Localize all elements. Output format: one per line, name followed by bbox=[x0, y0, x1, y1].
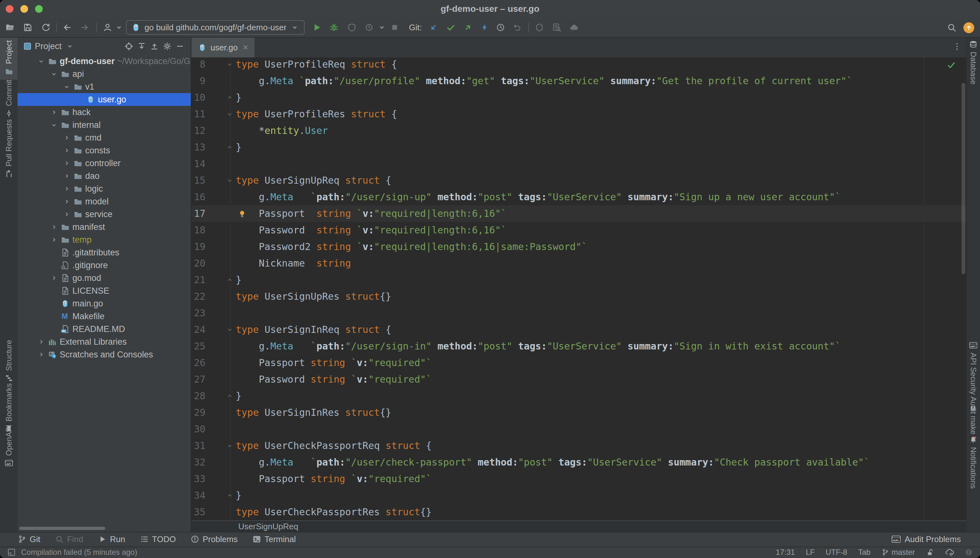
chevron-right-icon[interactable] bbox=[50, 236, 58, 244]
chevron-right-icon[interactable] bbox=[50, 223, 58, 231]
fold-end-icon[interactable] bbox=[227, 492, 233, 499]
close-window-button[interactable] bbox=[6, 5, 13, 13]
line-number[interactable]: 35 bbox=[191, 504, 206, 520]
stripe-tab-bookmarks[interactable]: Bookmarks bbox=[0, 381, 18, 421]
update-badge-icon[interactable] bbox=[964, 22, 974, 33]
expand-all-icon[interactable] bbox=[137, 42, 146, 51]
tool-window-button-run[interactable]: Run bbox=[98, 534, 125, 544]
tree-item-external-libraries[interactable]: External Libraries bbox=[18, 335, 191, 348]
stripe-tab-openapi[interactable]: OpenAPI/API bbox=[0, 422, 18, 469]
minimize-window-button[interactable] bbox=[20, 5, 28, 13]
commit-check-icon[interactable] bbox=[446, 23, 455, 32]
code-line-26[interactable]: 26 Passport string `v:"required"` bbox=[191, 354, 967, 371]
code-line-32[interactable]: 32 g.Meta `path:"/user/check-passport" m… bbox=[191, 454, 967, 471]
save-icon[interactable] bbox=[23, 23, 33, 32]
code-line-23[interactable]: 23 bbox=[191, 305, 967, 322]
encoding-indicator[interactable]: UTF-8 bbox=[825, 548, 847, 557]
breadcrumb-item[interactable]: UserSignUpReq bbox=[238, 522, 298, 531]
code-line-24[interactable]: 24type UserSignInReq struct { bbox=[191, 322, 967, 338]
fold-start-icon[interactable] bbox=[227, 177, 233, 184]
fold-start-icon[interactable] bbox=[227, 443, 233, 449]
doc-search-icon[interactable] bbox=[552, 23, 561, 32]
line-number[interactable]: 31 bbox=[191, 438, 206, 454]
tree-item-go-mod[interactable]: go.mod bbox=[18, 272, 191, 284]
sync-icon[interactable] bbox=[41, 23, 50, 32]
code-line-35[interactable]: 35type UserCheckPassportRes struct{} bbox=[191, 504, 967, 520]
line-number[interactable]: 21 bbox=[191, 272, 206, 288]
stop-icon[interactable] bbox=[390, 23, 400, 32]
tree-item-internal[interactable]: internal bbox=[18, 119, 191, 131]
line-number[interactable]: 16 bbox=[191, 189, 206, 205]
git-branch-widget[interactable]: master bbox=[881, 548, 915, 557]
chevron-right-icon[interactable] bbox=[37, 351, 45, 358]
tree-item-main-go[interactable]: main.go bbox=[18, 297, 191, 310]
gear-icon[interactable] bbox=[163, 42, 172, 51]
chevron-down-icon[interactable] bbox=[63, 83, 71, 90]
fold-start-icon[interactable] bbox=[227, 111, 233, 117]
line-number[interactable]: 12 bbox=[191, 122, 206, 139]
breadcrumb[interactable]: UserSignUpReq bbox=[191, 520, 967, 532]
tree-item-scratches-and-consoles[interactable]: Scratches and Consoles bbox=[18, 348, 191, 361]
code-line-14[interactable]: 14 bbox=[191, 156, 967, 172]
coverage-icon[interactable] bbox=[347, 23, 357, 32]
tree-item-gf-demo-user[interactable]: gf-demo-user ~/Workspace/Go/GOP bbox=[18, 55, 191, 67]
chevron-right-icon[interactable] bbox=[63, 147, 71, 154]
bolt-icon[interactable] bbox=[480, 23, 489, 32]
tree-item-consts[interactable]: consts bbox=[18, 144, 191, 157]
line-number[interactable]: 22 bbox=[191, 288, 206, 305]
chevron-right-icon[interactable] bbox=[63, 185, 71, 193]
code-line-33[interactable]: 33 Passport string `v:"required"` bbox=[191, 471, 967, 487]
code-editor[interactable]: 8type UserProfileReq struct {9 g.Meta `p… bbox=[191, 57, 967, 520]
line-number[interactable]: 9 bbox=[191, 73, 206, 89]
stripe-tab-notifications[interactable]: Notifications bbox=[967, 433, 980, 497]
chevron-right-icon[interactable] bbox=[63, 210, 71, 218]
stripe-tab-database[interactable]: Database bbox=[967, 38, 980, 71]
line-number[interactable]: 29 bbox=[191, 404, 206, 421]
line-number[interactable]: 14 bbox=[191, 156, 206, 172]
close-icon[interactable]: × bbox=[243, 43, 248, 53]
code-line-25[interactable]: 25 g.Meta `path:"/user/sign-in" method:"… bbox=[191, 338, 967, 354]
code-line-29[interactable]: 29type UserSignInRes struct{} bbox=[191, 404, 967, 421]
hide-panel-icon[interactable] bbox=[176, 42, 184, 51]
tree-item-gitignore[interactable]: .gitignore bbox=[18, 259, 191, 272]
line-number[interactable]: 20 bbox=[191, 255, 206, 272]
fold-end-icon[interactable] bbox=[227, 144, 233, 151]
tool-window-button-problems[interactable]: Problems bbox=[191, 534, 238, 544]
user-icon[interactable] bbox=[103, 23, 112, 32]
collapse-all-icon[interactable] bbox=[150, 42, 159, 51]
horizontal-scrollbar[interactable] bbox=[19, 527, 105, 530]
line-number[interactable]: 23 bbox=[191, 305, 206, 322]
indent-indicator[interactable]: Tab bbox=[858, 548, 871, 557]
chevron-right-icon[interactable] bbox=[50, 274, 58, 282]
tab-user-go[interactable]: user.go × bbox=[191, 38, 255, 57]
code-line-18[interactable]: 18 Password string `v:"required|length:6… bbox=[191, 222, 967, 238]
tree-item-manifest[interactable]: manifest bbox=[18, 221, 191, 233]
tool-window-button-terminal[interactable]: Terminal bbox=[252, 534, 296, 544]
line-number[interactable]: 28 bbox=[191, 388, 206, 404]
code-line-9[interactable]: 9 g.Meta `path:"/user/profile" method:"g… bbox=[191, 73, 967, 89]
inspections-ok-icon[interactable] bbox=[947, 61, 956, 69]
fold-end-icon[interactable] bbox=[227, 277, 233, 283]
chevron-down-icon[interactable] bbox=[50, 70, 58, 78]
code-line-21[interactable]: 21} bbox=[191, 272, 967, 288]
tree-item-service[interactable]: service bbox=[18, 208, 191, 221]
push-icon[interactable] bbox=[463, 23, 473, 32]
stripe-tab-structure[interactable]: Structure bbox=[0, 337, 18, 379]
line-number[interactable]: 33 bbox=[191, 471, 206, 487]
chevron-right-icon[interactable] bbox=[63, 198, 71, 205]
cloud-icon[interactable] bbox=[569, 23, 579, 32]
code-line-22[interactable]: 22type UserSignUpRes struct{} bbox=[191, 288, 967, 305]
debug-icon[interactable] bbox=[329, 23, 339, 32]
profiler-icon[interactable] bbox=[364, 23, 374, 32]
tool-window-button-find[interactable]: Find bbox=[55, 534, 83, 544]
tree-item-cmd[interactable]: cmd bbox=[18, 131, 191, 144]
line-ending-indicator[interactable]: LF bbox=[806, 548, 815, 557]
run-icon[interactable] bbox=[312, 23, 322, 32]
code-line-17[interactable]: 17 Passport string `v:"required|length:6… bbox=[191, 205, 967, 222]
line-number[interactable]: 15 bbox=[191, 172, 206, 189]
zoom-window-button[interactable] bbox=[35, 5, 43, 13]
line-number[interactable]: 11 bbox=[191, 106, 206, 122]
chevron-down-icon[interactable] bbox=[50, 121, 58, 129]
code-line-28[interactable]: 28} bbox=[191, 388, 967, 404]
shield-icon[interactable] bbox=[534, 23, 544, 32]
